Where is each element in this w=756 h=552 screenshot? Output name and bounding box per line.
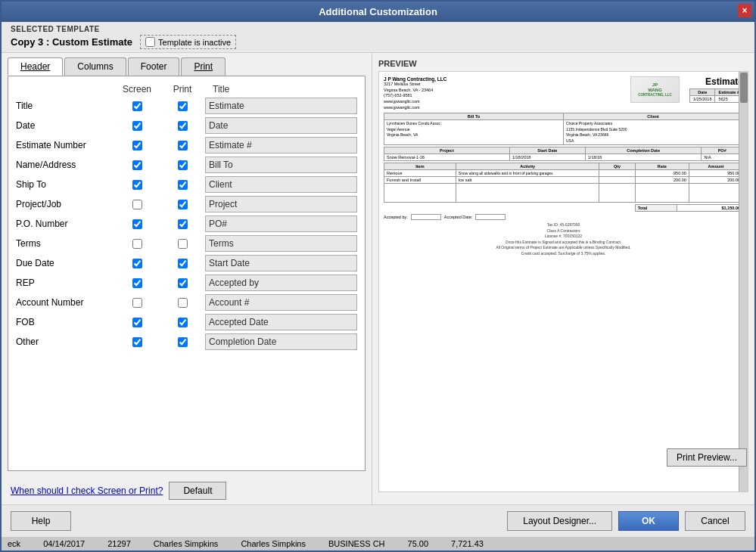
line2-qty	[599, 177, 635, 184]
taskbar-item-6: 75.00	[408, 539, 429, 548]
line1-rate: 950.00	[635, 170, 689, 177]
tab-header[interactable]: Header	[8, 57, 63, 76]
screen-checkbox-5	[114, 200, 160, 209]
tab-footer[interactable]: Footer	[128, 57, 180, 76]
print-check-12[interactable]	[178, 337, 188, 347]
screen-check-3[interactable]	[132, 160, 142, 170]
screen-check-7[interactable]	[132, 239, 142, 249]
screen-check-4[interactable]	[132, 180, 142, 190]
table-row: Title	[16, 98, 357, 114]
screen-checkbox-7	[114, 239, 160, 249]
print-check-11[interactable]	[178, 318, 188, 327]
start-date-header: Start Date	[509, 147, 585, 154]
screen-check-8[interactable]	[132, 259, 142, 268]
completion-val: 1/18/18	[585, 154, 702, 161]
print-checkbox-11	[160, 318, 205, 327]
screen-check-10[interactable]	[132, 298, 142, 308]
accepted-by-label: Accepted by:	[384, 215, 408, 219]
bill-to-header: Bill To	[384, 113, 564, 120]
template-inactive-checkbox[interactable]: Template is inactive	[140, 35, 236, 49]
total-label: Total	[635, 205, 677, 212]
screen-checkbox-6	[114, 219, 160, 229]
print-check-0[interactable]	[178, 101, 188, 111]
template-name: Copy 3 : Custom Estimate	[11, 36, 132, 48]
print-check-10[interactable]	[178, 298, 188, 308]
screen-check-9[interactable]	[132, 278, 142, 288]
start-date-val: 1/18/2018	[509, 154, 585, 161]
title-input-9[interactable]	[205, 274, 357, 291]
title-input-10[interactable]	[205, 294, 357, 311]
tab-columns[interactable]: Columns	[64, 57, 126, 76]
print-checkbox-7	[160, 239, 205, 249]
footer-center-buttons: Layout Designer... OK Cancel	[507, 511, 745, 531]
help-button[interactable]: Help	[11, 511, 71, 531]
inactive-check[interactable]	[145, 37, 155, 47]
print-checkbox-10	[160, 298, 205, 308]
row-label-11: FOB	[16, 317, 114, 327]
default-button[interactable]: Default	[169, 482, 226, 500]
title-input-1[interactable]	[205, 117, 357, 134]
company-web1: www.jpwangllc.com	[384, 99, 627, 105]
screen-check-1[interactable]	[132, 121, 142, 131]
print-check-4[interactable]	[178, 180, 188, 190]
table-row: REP	[16, 274, 357, 291]
screen-checkbox-2	[114, 141, 160, 150]
title-input-3[interactable]	[205, 157, 357, 173]
print-check-1[interactable]	[178, 121, 188, 131]
print-checkbox-3	[160, 160, 205, 170]
taskbar-item-2: 21297	[107, 539, 131, 548]
scroll-thumb[interactable]	[740, 73, 748, 103]
rate-header: Rate	[635, 163, 689, 170]
title-input-2[interactable]	[205, 137, 357, 154]
taskbar-item-1: 04/14/2017	[43, 539, 85, 548]
title-input-7[interactable]	[205, 235, 357, 252]
row-label-3: Name/Address	[16, 160, 114, 170]
screen-check-5[interactable]	[132, 200, 142, 209]
line1-item: Remove	[384, 170, 456, 177]
print-check-8[interactable]	[178, 259, 188, 268]
print-preview-button[interactable]: Print Preview...	[667, 448, 747, 467]
taskbar-item-3: Charles Simpkins	[154, 539, 219, 548]
tax-line2: Class A Contractors	[384, 228, 743, 234]
title-input-11[interactable]	[205, 314, 357, 330]
when-should-i-link[interactable]: When should I check Screen or Print?	[11, 485, 163, 496]
print-check-5[interactable]	[178, 200, 188, 209]
screen-check-0[interactable]	[132, 101, 142, 111]
close-button[interactable]: ×	[738, 4, 751, 17]
screen-check-12[interactable]	[132, 337, 142, 347]
title-input-12[interactable]	[205, 333, 357, 350]
title-input-6[interactable]	[205, 216, 357, 232]
screen-check-2[interactable]	[132, 141, 142, 150]
amount-header: Amount	[689, 163, 742, 170]
title-input-0[interactable]	[205, 98, 357, 114]
screen-checkbox-9	[114, 278, 160, 288]
layout-designer-button[interactable]: Layout Designer...	[507, 511, 612, 531]
title-input-5[interactable]	[205, 196, 357, 212]
title-input-4[interactable]	[205, 176, 357, 193]
screen-check-6[interactable]	[132, 219, 142, 229]
print-check-2[interactable]	[178, 141, 188, 150]
print-checkbox-8	[160, 259, 205, 268]
client-val: Choice Property Associates 1155 Independ…	[564, 120, 743, 145]
qty-header: Qty	[599, 163, 635, 170]
tab-print[interactable]: Print	[181, 57, 226, 76]
screen-checkbox-10	[114, 298, 160, 308]
print-check-3[interactable]	[178, 160, 188, 170]
title-input-8[interactable]	[205, 255, 357, 271]
project-val: Snow Removal-1-18	[384, 154, 510, 161]
panel-content: Screen Print Title TitleDateEstimate Num…	[8, 76, 366, 471]
print-check-9[interactable]	[178, 278, 188, 288]
date-col: Date	[690, 89, 715, 96]
print-check-7[interactable]	[178, 239, 188, 249]
cancel-button[interactable]: Cancel	[685, 511, 745, 531]
taskbar-item-7: 7,721.43	[451, 539, 484, 548]
row-label-4: Ship To	[16, 179, 114, 190]
screen-check-11[interactable]	[132, 318, 142, 327]
scrollbar[interactable]	[739, 72, 748, 492]
row-label-6: P.O. Number	[16, 219, 114, 229]
print-checkbox-12	[160, 337, 205, 347]
screen-checkbox-12	[114, 337, 160, 347]
print-check-6[interactable]	[178, 219, 188, 229]
ok-button[interactable]: OK	[618, 511, 679, 531]
table-row: Estimate Number	[16, 137, 357, 154]
